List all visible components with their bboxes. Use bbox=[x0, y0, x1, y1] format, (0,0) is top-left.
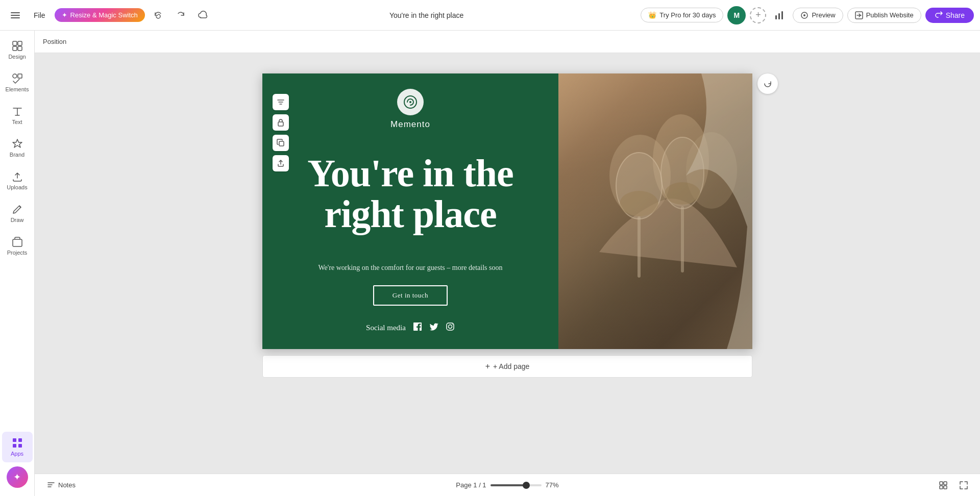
sidebar-item-draw[interactable]: Draw bbox=[2, 198, 33, 229]
sidebar-elements-label: Elements bbox=[6, 86, 29, 92]
hamburger-icon bbox=[11, 11, 20, 20]
twitter-icon[interactable] bbox=[429, 322, 438, 334]
redo-button[interactable] bbox=[172, 6, 190, 24]
share-icon bbox=[935, 11, 943, 19]
elements-icon bbox=[12, 73, 23, 84]
canvas-headline: You're in the right place bbox=[283, 140, 538, 248]
sidebar-item-design[interactable]: Design bbox=[2, 35, 33, 65]
topbar-left: File ✦ Resize & Magic Switch bbox=[6, 6, 212, 24]
svg-point-13 bbox=[13, 74, 17, 78]
svg-rect-18 bbox=[13, 444, 16, 448]
add-collaborator-button[interactable]: + bbox=[750, 7, 766, 23]
grid-view-button[interactable] bbox=[935, 477, 951, 493]
svg-rect-12 bbox=[18, 46, 22, 51]
design-canvas[interactable]: Memento You're in the right place We're … bbox=[262, 73, 752, 349]
svg-point-26 bbox=[452, 324, 453, 325]
zoom-slider[interactable] bbox=[491, 484, 542, 486]
notes-button[interactable]: Notes bbox=[43, 479, 80, 491]
svg-rect-1 bbox=[11, 15, 20, 16]
ai-star-icon: ✦ bbox=[13, 472, 21, 483]
canvas-wrapper[interactable]: Memento You're in the right place We're … bbox=[35, 53, 980, 474]
svg-rect-14 bbox=[18, 74, 22, 78]
share-tool-button[interactable] bbox=[273, 155, 289, 171]
save-cloud-button[interactable] bbox=[194, 6, 212, 24]
projects-icon bbox=[12, 236, 23, 247]
position-bar: Position bbox=[35, 31, 980, 53]
document-title[interactable]: You're in the right place bbox=[389, 11, 463, 19]
sidebar: Design Elements Text Brand bbox=[0, 31, 35, 496]
svg-rect-39 bbox=[944, 486, 947, 489]
sidebar-item-apps[interactable]: Apps bbox=[2, 432, 33, 462]
wine-glasses-illustration bbox=[558, 73, 752, 349]
svg-rect-21 bbox=[279, 141, 284, 146]
fullscreen-icon bbox=[960, 481, 968, 489]
sidebar-brand-label: Brand bbox=[10, 152, 24, 158]
preview-button[interactable]: Preview bbox=[793, 8, 843, 23]
redo-icon bbox=[176, 11, 185, 20]
undo-button[interactable] bbox=[149, 6, 167, 24]
canvas-right-panel bbox=[558, 73, 752, 349]
share-label: Share bbox=[946, 11, 965, 19]
analytics-button[interactable] bbox=[770, 6, 789, 24]
svg-rect-10 bbox=[18, 41, 22, 45]
canvas-logo: Memento bbox=[390, 89, 430, 130]
topbar: File ✦ Resize & Magic Switch You're in t… bbox=[0, 0, 980, 31]
social-media-label: Social media bbox=[366, 324, 406, 332]
analytics-icon bbox=[774, 10, 785, 20]
canva-ai-button[interactable]: ✦ bbox=[7, 466, 28, 488]
bottom-bar: Notes Page 1 / 1 77% bbox=[35, 474, 980, 496]
add-page-bar[interactable]: + + Add page bbox=[262, 355, 752, 378]
sidebar-item-brand[interactable]: Brand bbox=[2, 133, 33, 163]
svg-rect-4 bbox=[778, 13, 780, 19]
share-button[interactable]: Share bbox=[925, 8, 974, 23]
canvas-left-panel: Memento You're in the right place We're … bbox=[262, 73, 558, 349]
page-label: Page 1 / 1 bbox=[456, 481, 486, 489]
copy-tool-button[interactable] bbox=[273, 135, 289, 151]
user-avatar[interactable]: M bbox=[727, 6, 746, 24]
svg-point-23 bbox=[409, 101, 411, 103]
lock-tool-button[interactable] bbox=[273, 114, 289, 131]
magic-switch-icon: ✦ bbox=[62, 11, 67, 19]
sidebar-item-projects[interactable]: Projects bbox=[2, 231, 33, 261]
svg-point-34 bbox=[620, 191, 658, 216]
sidebar-item-elements[interactable]: Elements bbox=[2, 67, 33, 98]
svg-rect-37 bbox=[944, 482, 947, 485]
menu-button[interactable] bbox=[6, 6, 24, 24]
add-page-plus-icon: + bbox=[485, 362, 490, 371]
publish-icon bbox=[855, 11, 863, 19]
fullscreen-button[interactable] bbox=[955, 477, 972, 493]
svg-rect-9 bbox=[13, 41, 17, 45]
refresh-icon bbox=[763, 79, 772, 88]
filter-tool-button[interactable] bbox=[273, 94, 289, 110]
preview-label: Preview bbox=[812, 11, 835, 19]
logo-circle bbox=[397, 89, 424, 115]
svg-rect-5 bbox=[781, 11, 783, 19]
brand-icon bbox=[12, 138, 23, 150]
canvas-container: Memento You're in the right place We're … bbox=[262, 73, 752, 378]
magic-switch-button[interactable]: ✦ Resize & Magic Switch bbox=[55, 8, 145, 22]
publish-button[interactable]: Publish Website bbox=[847, 8, 921, 23]
topbar-right: 👑 Try Pro for 30 days M + Preview Publ bbox=[641, 6, 974, 24]
notes-icon bbox=[47, 481, 55, 489]
try-pro-button[interactable]: 👑 Try Pro for 30 days bbox=[641, 8, 723, 22]
zoom-level: 77% bbox=[546, 481, 559, 489]
instagram-icon[interactable] bbox=[446, 322, 455, 334]
svg-point-7 bbox=[803, 14, 805, 16]
file-button[interactable]: File bbox=[29, 8, 51, 22]
svg-rect-15 bbox=[13, 239, 22, 246]
lock-icon bbox=[277, 118, 285, 127]
position-label: Position bbox=[43, 38, 66, 45]
sidebar-projects-label: Projects bbox=[7, 250, 28, 256]
canvas-subtext: We're working on the comfort for our gue… bbox=[318, 262, 502, 273]
content-area: Position bbox=[35, 31, 980, 496]
copy-icon bbox=[277, 139, 285, 147]
sidebar-item-uploads[interactable]: Uploads bbox=[2, 165, 33, 196]
grid-view-icon bbox=[939, 481, 947, 489]
facebook-icon[interactable] bbox=[413, 322, 422, 334]
svg-rect-30 bbox=[638, 216, 641, 278]
notes-label: Notes bbox=[58, 481, 76, 489]
canvas-cta-button[interactable]: Get in touch bbox=[373, 285, 448, 306]
svg-rect-3 bbox=[775, 15, 777, 19]
refresh-button[interactable] bbox=[757, 73, 778, 94]
sidebar-item-text[interactable]: Text bbox=[2, 100, 33, 131]
